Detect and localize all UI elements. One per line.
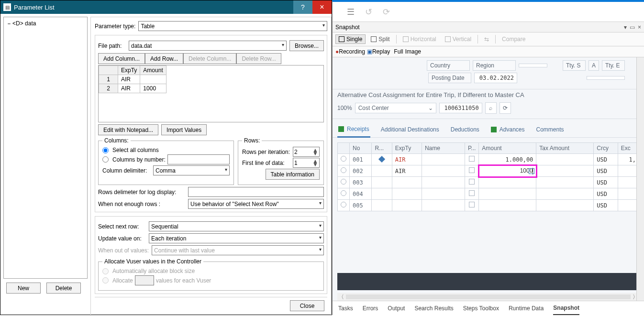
region-input[interactable]: [519, 64, 547, 67]
close-icon[interactable]: ×: [638, 24, 641, 31]
posting-date-label: Posting Date: [428, 73, 471, 83]
tab-output[interactable]: Output: [388, 302, 405, 315]
parameter-tree[interactable]: ⋯ <D> data: [3, 17, 88, 279]
recording-button[interactable]: ●Recording: [335, 48, 365, 55]
region-label: Region: [473, 60, 516, 71]
table-row[interactable]: 003 USD: [338, 177, 639, 188]
columns-number-input[interactable]: [167, 154, 230, 164]
columns-by-number-radio[interactable]: [102, 156, 109, 163]
single-view-button[interactable]: Single: [335, 34, 366, 44]
param-type-combo[interactable]: Table: [138, 21, 327, 31]
full-button[interactable]: Full: [394, 48, 403, 55]
replay-button[interactable]: ▣Replay: [367, 48, 390, 55]
table-row[interactable]: 004 USD: [338, 188, 639, 200]
tab-errors[interactable]: Errors: [363, 302, 378, 315]
rows-delimiter-label: Rows delimeter for log display:: [98, 189, 185, 196]
delete-button[interactable]: Delete: [46, 283, 81, 294]
select-next-row-combo[interactable]: Sequential: [149, 221, 324, 231]
tab-deductions[interactable]: Deductions: [450, 124, 480, 137]
receipts-table[interactable]: No R... ExpTy Name P... Amount Tax Amoun…: [337, 142, 639, 211]
tab-search-results[interactable]: Search Results: [414, 302, 453, 315]
refresh-icon[interactable]: ⟳: [500, 102, 511, 114]
tab-snapshot[interactable]: Snapshot: [553, 302, 579, 315]
select-all-columns-radio[interactable]: [102, 147, 109, 153]
import-values-button[interactable]: Import Values: [161, 124, 207, 135]
tree-item-data[interactable]: ⋯ <D> data: [6, 19, 85, 28]
param-type-label: Parameter type:: [95, 23, 135, 30]
a-label: A: [588, 60, 599, 71]
top-toolbar: ☰ ↺ ⟳: [333, 2, 644, 22]
allocate-group: Allocate Vuser values in the Controller …: [98, 258, 324, 291]
table-row[interactable]: 005 USD: [338, 200, 639, 211]
ttys-label: Tty. S: [563, 60, 586, 71]
sap-snapshot: Country Region Tty. S A Tty. E Posting D…: [333, 57, 644, 301]
horizontal-scrollbar[interactable]: 〈 〉: [337, 293, 639, 301]
edit-notepad-button[interactable]: Edit with Notepad...: [98, 124, 158, 135]
sap-footer-bar: [337, 273, 639, 290]
pin-icon[interactable]: ▭: [630, 24, 635, 31]
bottom-tabs: Tasks Errors Output Search Results Steps…: [333, 301, 644, 315]
tab-tasks[interactable]: Tasks: [338, 302, 353, 315]
sap-tabs: Receipts Additional Destinations Deducti…: [333, 119, 644, 138]
snapshot-title-bar: Snapshot ▾ ▭ ×: [333, 22, 644, 33]
alloc-auto-radio: [102, 268, 109, 274]
tty-input[interactable]: [587, 76, 625, 80]
vertical-button: Vertical: [442, 34, 475, 44]
mode-toolbar: ●Recording ▣Replay Full Image: [333, 46, 644, 57]
split-view-button[interactable]: Split: [367, 34, 393, 44]
rows-per-iter-spinner[interactable]: 2▲▼: [293, 147, 320, 157]
table-info-button[interactable]: Table information: [266, 169, 320, 180]
image-button[interactable]: Image: [405, 48, 421, 55]
tab-runtime-data[interactable]: Runtime Data: [509, 302, 544, 315]
alloc-value-input: [135, 275, 154, 285]
alt-cost-title: Alternative Cost Assignment for Entire T…: [333, 89, 644, 100]
compare-button: Compare: [499, 34, 529, 44]
dropdown-icon[interactable]: ▾: [624, 24, 627, 31]
update-on-combo[interactable]: Each iteration: [149, 233, 324, 243]
select-next-row-label: Select next row:: [98, 223, 146, 230]
history-icon[interactable]: ↺: [365, 7, 372, 17]
tab-receipts[interactable]: Receipts: [337, 124, 370, 138]
first-line-spinner[interactable]: 1▲▼: [293, 158, 320, 168]
delete-column-button[interactable]: Delete Column...: [183, 53, 236, 64]
window-close-button[interactable]: ×: [312, 0, 332, 14]
search-help-icon[interactable]: ⌕: [485, 102, 497, 114]
add-column-button[interactable]: Add Column...: [98, 53, 145, 64]
tab-additional-destinations[interactable]: Additional Destinations: [380, 124, 440, 137]
out-of-values-combo: Continue with last value: [152, 245, 324, 255]
update-on-label: Update value on:: [98, 235, 146, 242]
browse-button[interactable]: Browse...: [289, 40, 324, 51]
vertical-scrollbar[interactable]: [636, 57, 644, 301]
alloc-manual-radio: [102, 277, 109, 283]
scroll-left-icon[interactable]: 〈: [338, 293, 344, 301]
percent-label: 100%: [337, 105, 352, 111]
horizontal-button: Horizontal: [400, 34, 440, 44]
help-button[interactable]: ?: [293, 0, 312, 14]
cost-center-value[interactable]: 1006311050: [439, 103, 482, 113]
rows-delimiter-input[interactable]: [188, 187, 324, 197]
posting-date-input[interactable]: 03.02.2022: [474, 73, 517, 83]
tab-steps-toolbox[interactable]: Steps Toolbox: [463, 302, 499, 315]
file-path-combo[interactable]: data.dat: [129, 41, 287, 51]
refresh-icon[interactable]: ⟳: [383, 7, 390, 17]
value-help-icon[interactable]: [529, 168, 534, 174]
table-row[interactable]: 001 AIR 1.000,00 USD 1,: [338, 154, 639, 165]
cost-center-dropdown[interactable]: Cost Center⌄: [355, 103, 436, 113]
not-enough-combo[interactable]: Use behavior of "Select Next Row": [188, 199, 324, 209]
list-icon[interactable]: ☰: [347, 7, 355, 17]
diamond-icon: [378, 155, 385, 162]
ttye-label: Tty. E: [602, 60, 625, 71]
data-table[interactable]: ExpTy Amount 1 AIR 2 AIR 1000: [98, 65, 324, 122]
parameter-properties: Parameter type: Table File path: data.da…: [90, 17, 332, 316]
delete-row-button[interactable]: Delete Row...: [236, 53, 281, 64]
close-button[interactable]: Close: [290, 300, 324, 311]
rows-group: Rows: Rows per iteration:2▲▼ First line …: [238, 137, 324, 185]
table-row[interactable]: 002 AIR 1000 USD: [338, 165, 639, 177]
column-delimiter-combo[interactable]: Comma: [153, 165, 230, 175]
tab-comments[interactable]: Comments: [535, 124, 565, 137]
country-label: Country: [427, 60, 470, 71]
highlighted-amount-cell[interactable]: 1000: [479, 165, 536, 177]
new-button[interactable]: New: [6, 283, 41, 294]
add-row-button[interactable]: Add Row...: [145, 53, 183, 64]
tab-advances[interactable]: Advances: [490, 124, 526, 137]
